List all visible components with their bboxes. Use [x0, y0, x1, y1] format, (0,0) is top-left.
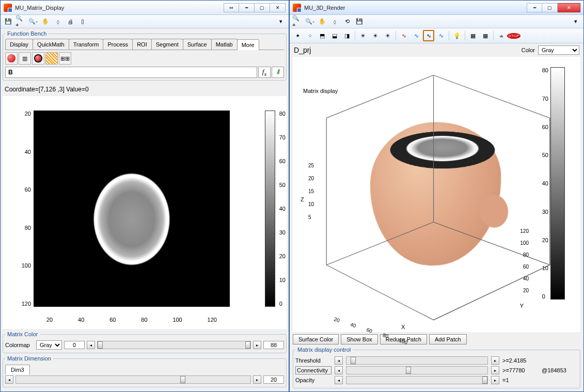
- curve-box-icon[interactable]: ∿: [423, 30, 434, 41]
- grid1-icon[interactable]: ▦: [467, 30, 479, 41]
- curve-plain-icon[interactable]: ∿: [435, 30, 447, 41]
- data-cursor-icon[interactable]: ⎀: [329, 16, 340, 27]
- view-xy-icon[interactable]: ⬒: [317, 30, 328, 41]
- light-left-icon[interactable]: ☀: [370, 30, 381, 41]
- matrix-display-annotation: Matrix display: [303, 88, 338, 94]
- curve-blue-icon[interactable]: ∿: [411, 30, 422, 41]
- zoom-out-icon[interactable]: 🔍-: [304, 16, 315, 27]
- dim-left-arrow[interactable]: ◂: [5, 375, 13, 384]
- add-patch-button[interactable]: Add Patch: [429, 334, 467, 344]
- maximize-button[interactable]: ▢: [255, 3, 270, 12]
- view-yz-icon[interactable]: ◨: [341, 30, 353, 41]
- titlebar-left[interactable]: MU_Matrix_Display ⇔ ━ ▢ ✕: [1, 1, 289, 15]
- apply-button[interactable]: ⬇: [272, 67, 284, 78]
- connectivity-right-arrow[interactable]: ▸: [491, 366, 499, 374]
- menu-chevron-icon[interactable]: ▾: [570, 16, 581, 27]
- titlebar-right[interactable]: MU_3D_Render ━ ▢ ✕: [290, 1, 583, 15]
- colormap-min[interactable]: 0: [64, 341, 85, 349]
- tab-transform[interactable]: Transform: [69, 39, 104, 50]
- brain-slice-image[interactable]: [34, 111, 230, 307]
- surface-color-button[interactable]: Surface Color: [293, 334, 339, 344]
- dim-slider[interactable]: [15, 375, 251, 384]
- light-right-icon[interactable]: ☀: [382, 30, 393, 41]
- tab-process[interactable]: Process: [103, 39, 133, 50]
- scatter-icon[interactable]: ⁘: [304, 30, 315, 41]
- lightbulb-icon[interactable]: 💡: [451, 30, 463, 41]
- save-icon[interactable]: 💾: [3, 16, 14, 27]
- tab-display[interactable]: Display: [5, 39, 33, 50]
- data-cursor-icon[interactable]: ⎀: [52, 16, 64, 27]
- threshold-slider[interactable]: [346, 356, 488, 365]
- head-3d-model[interactable]: [355, 98, 520, 274]
- window-title: MU_3D_Render: [304, 5, 527, 11]
- zoom-in-icon[interactable]: 🔍+: [292, 16, 303, 27]
- hatch-icon[interactable]: [45, 52, 58, 65]
- print-icon[interactable]: 🖨: [65, 16, 76, 27]
- pan-icon[interactable]: ✋: [40, 16, 51, 27]
- dim-value[interactable]: 20: [263, 375, 284, 384]
- colormap-max[interactable]: 88: [263, 341, 284, 349]
- grid2-icon[interactable]: ▦: [480, 30, 491, 41]
- minimize-button[interactable]: ━: [239, 3, 255, 12]
- toolbar-right-2: ✦ ⁘ ⬒ ⬓ ◨ ☀ ☀ ☀ ∿ ∿ ∿ ∿ 💡 ▦ ▦ ⫨ STOP: [290, 28, 583, 43]
- zoom-in-icon[interactable]: 🔍+: [15, 16, 26, 27]
- tab-row: Display QuickMath Transform Process ROI …: [5, 39, 284, 50]
- connectivity-value: >=77780: [502, 367, 539, 373]
- tab-matlab[interactable]: Matlab: [211, 39, 238, 50]
- dim3-tab[interactable]: Dim3: [5, 365, 30, 374]
- dim-right-arrow[interactable]: ▸: [253, 375, 261, 384]
- threshold-left-arrow[interactable]: ◂: [335, 356, 343, 365]
- record-icon[interactable]: [5, 52, 18, 65]
- pan-icon[interactable]: ✋: [317, 16, 328, 27]
- fx-button[interactable]: fx: [258, 67, 271, 78]
- colormap-label: Colormap: [5, 342, 34, 348]
- save-icon[interactable]: 💾: [354, 16, 365, 27]
- axes-icon[interactable]: ✦: [292, 30, 303, 41]
- render-3d-area[interactable]: Matrix display Z X Y 252015105 204060801…: [293, 57, 580, 332]
- tab-surface[interactable]: Surface: [183, 39, 212, 50]
- stop-icon[interactable]: STOP: [508, 30, 519, 41]
- view-xz-icon[interactable]: ⬓: [329, 30, 340, 41]
- threshold-right-arrow[interactable]: ▸: [491, 356, 499, 365]
- light-top-icon[interactable]: ☀: [357, 30, 369, 41]
- dock-button[interactable]: ⇔: [224, 3, 239, 12]
- close-button[interactable]: ✕: [558, 3, 580, 12]
- formula-input[interactable]: [5, 67, 257, 78]
- connectivity-slider[interactable]: [346, 366, 488, 374]
- menu-chevron-icon[interactable]: ▾: [275, 16, 287, 27]
- opacity-right-arrow[interactable]: ▸: [491, 376, 499, 384]
- connectivity-label[interactable]: Connectivity: [295, 366, 332, 374]
- show-box-button[interactable]: Show Box: [341, 334, 378, 344]
- slider-left-arrow[interactable]: ◂: [87, 341, 95, 349]
- render-3d-window: MU_3D_Render ━ ▢ ✕ 🔍+ 🔍- ✋ ⎀ ⟲ 💾 ▾ ✦ ⁘ ⬒…: [289, 0, 584, 392]
- brush-icon[interactable]: ▥: [19, 52, 31, 65]
- tab-quickmath[interactable]: QuickMath: [33, 39, 69, 50]
- opacity-slider[interactable]: [346, 376, 488, 384]
- zoom-out-icon[interactable]: 🔍-: [27, 16, 39, 27]
- opacity-left-arrow[interactable]: ◂: [335, 376, 343, 384]
- movie-icon[interactable]: ⊞⊞: [59, 52, 71, 65]
- z-axis-label: Z: [301, 196, 304, 202]
- colorbar-2d[interactable]: [265, 111, 275, 307]
- y-axis-label: Y: [520, 303, 524, 309]
- curve-red-icon[interactable]: ∿: [398, 30, 409, 41]
- toggle-icon[interactable]: ⫨: [496, 30, 507, 41]
- tab-roi[interactable]: ROI: [132, 39, 152, 50]
- colormap-slider[interactable]: [97, 341, 251, 349]
- close-button[interactable]: ✕: [270, 3, 286, 12]
- maximize-button[interactable]: ▢: [542, 3, 558, 12]
- plot-2d-area[interactable]: 20406080100120 80706050403020100 2040608…: [3, 96, 287, 329]
- tab-more[interactable]: More: [237, 39, 259, 50]
- colormap-select[interactable]: Gray: [36, 340, 62, 350]
- record-target-icon[interactable]: [32, 52, 44, 65]
- connectivity-left-arrow[interactable]: ◂: [335, 366, 343, 374]
- doc-icon[interactable]: ▯: [77, 16, 88, 27]
- minimize-button[interactable]: ━: [527, 3, 542, 12]
- slider-right-arrow[interactable]: ▸: [253, 341, 261, 349]
- y-ticks-3d: 12010080604020: [520, 228, 529, 293]
- color-select[interactable]: Gray: [538, 45, 579, 55]
- colorbar-3d[interactable]: [550, 67, 565, 300]
- tab-segment[interactable]: Segment: [151, 39, 183, 50]
- rotate-icon[interactable]: ⟲: [341, 16, 353, 27]
- matlab-icon: [293, 4, 301, 12]
